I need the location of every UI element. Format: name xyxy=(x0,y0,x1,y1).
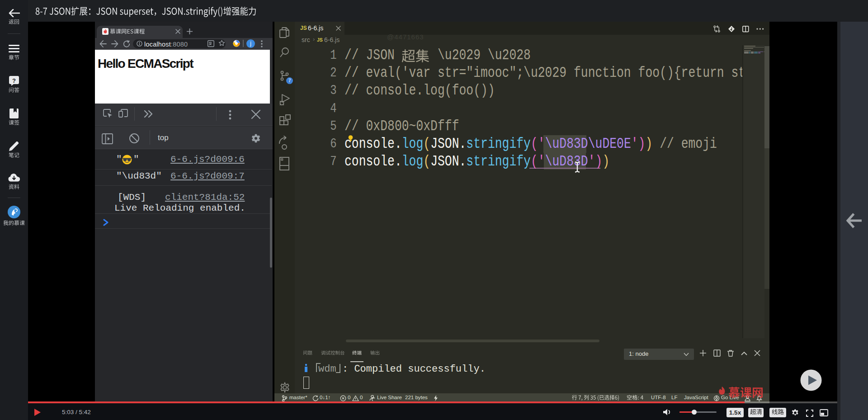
svg-text:?: ? xyxy=(12,77,16,84)
